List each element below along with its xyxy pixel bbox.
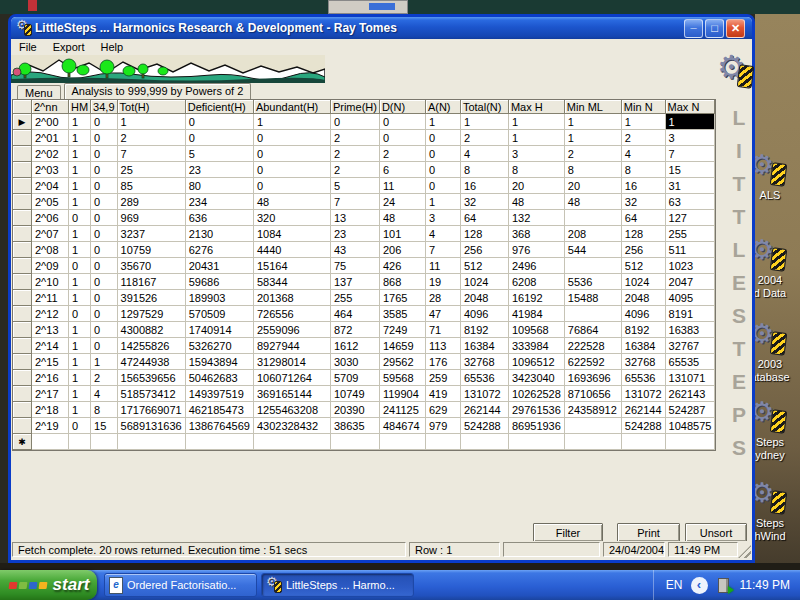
print-button[interactable]: Print [617, 523, 680, 542]
grid-cell[interactable] [426, 434, 461, 450]
grid-cell[interactable]: 2^01 [32, 130, 69, 146]
grid-cell[interactable]: 333984 [509, 338, 565, 354]
grid-cell[interactable]: 2^18 [32, 402, 69, 418]
grid-cell[interactable]: 1 [91, 354, 117, 370]
grid-cell[interactable]: 241125 [380, 402, 426, 418]
grid-cell[interactable]: 32768 [622, 354, 666, 370]
grid-cell[interactable]: 2 [331, 146, 380, 162]
row-selector[interactable] [13, 178, 32, 194]
grid-column-header-deficient-h[interactable]: Deficient(H) [186, 100, 254, 114]
grid-cell[interactable]: 0 [254, 146, 331, 162]
row-selector[interactable] [13, 274, 32, 290]
grid-cell[interactable]: 0 [91, 322, 117, 338]
grid-cell[interactable]: 7 [666, 146, 716, 162]
grid-cell[interactable]: 4096 [461, 306, 509, 322]
grid-column-header-34-9[interactable]: 34,9 [91, 100, 117, 114]
grid-cell[interactable]: 2^13 [32, 322, 69, 338]
grid-cell[interactable]: 201368 [254, 290, 331, 306]
grid-cell[interactable]: 1084 [254, 226, 331, 242]
taskbar-clock[interactable]: 11:49 PM [740, 578, 790, 592]
grid-cell[interactable]: 31298014 [254, 354, 331, 370]
grid-column-header-max-n[interactable]: Max N [666, 100, 716, 114]
grid-cell[interactable]: 8927944 [254, 338, 331, 354]
grid-cell[interactable]: 0 [91, 114, 117, 130]
grid-cell[interactable]: 1612 [331, 338, 380, 354]
grid-column-header-max-h[interactable]: Max H [509, 100, 565, 114]
grid-cell[interactable]: 1096512 [509, 354, 565, 370]
grid-cell[interactable]: 1693696 [565, 370, 622, 386]
grid-cell[interactable]: 20390 [331, 402, 380, 418]
grid-cell[interactable]: 109568 [509, 322, 565, 338]
grid-cell[interactable]: 7 [331, 194, 380, 210]
grid-cell[interactable]: 484674 [380, 418, 426, 434]
grid-cell[interactable]: 4 [622, 146, 666, 162]
grid-cell[interactable]: 131071 [666, 370, 716, 386]
grid-cell[interactable]: 2 [91, 370, 117, 386]
row-selector[interactable] [13, 146, 32, 162]
grid-cell[interactable]: 23 [331, 226, 380, 242]
grid-column-header-prime-h[interactable]: Prime(H) [331, 100, 380, 114]
grid-cell[interactable]: 1 [509, 114, 565, 130]
grid-column-header-abundant-h[interactable]: Abundant(H) [254, 100, 331, 114]
grid-cell[interactable]: 0 [69, 258, 91, 274]
grid-cell[interactable] [380, 434, 426, 450]
grid-cell[interactable]: 0 [91, 162, 117, 178]
grid-cell[interactable]: 320 [254, 210, 331, 226]
row-selector[interactable] [13, 322, 32, 338]
grid-column-header-min-ml[interactable]: Min ML [565, 100, 622, 114]
titlebar[interactable]: ⚙ LittleSteps ... Harmonics Research & D… [11, 17, 752, 39]
grid-cell[interactable]: 3423040 [509, 370, 565, 386]
grid-cell[interactable]: 4302328432 [254, 418, 331, 434]
grid-cell[interactable]: 1740914 [186, 322, 254, 338]
grid-cell[interactable]: 208 [565, 226, 622, 242]
close-button[interactable]: ✕ [726, 19, 745, 38]
new-row-selector[interactable]: ✱ [13, 434, 32, 450]
taskbar-task-littlesteps-harmo[interactable]: ⚙LittleSteps ... Harmo... [261, 573, 414, 597]
grid-cell[interactable]: 1 [69, 338, 91, 354]
grid-cell[interactable]: 206 [380, 242, 426, 258]
grid-cell[interactable]: 0 [91, 258, 117, 274]
grid-cell[interactable]: 1 [622, 114, 666, 130]
grid-cell[interactable]: 32 [461, 194, 509, 210]
grid-cell[interactable]: 3 [426, 210, 461, 226]
grid-cell[interactable]: 75 [331, 258, 380, 274]
row-selector[interactable] [13, 194, 32, 210]
grid-cell[interactable]: 0 [426, 178, 461, 194]
grid-cell[interactable]: 35670 [118, 258, 186, 274]
grid-cell[interactable] [331, 434, 380, 450]
grid-cell[interactable]: 1 [254, 114, 331, 130]
grid-cell[interactable]: 1023 [666, 258, 716, 274]
grid-cell[interactable]: 14659 [380, 338, 426, 354]
grid-cell[interactable]: 113 [426, 338, 461, 354]
grid-cell[interactable]: 1 [69, 178, 91, 194]
grid-column-header-d-n[interactable]: D(N) [380, 100, 426, 114]
grid-cell[interactable]: 2^07 [32, 226, 69, 242]
grid-cell[interactable]: 127 [666, 210, 716, 226]
grid-cell[interactable]: 2^00 [32, 114, 69, 130]
grid-cell[interactable]: 2^16 [32, 370, 69, 386]
grid-cell[interactable]: 4 [91, 386, 117, 402]
row-selector[interactable] [13, 386, 32, 402]
grid-cell[interactable]: 15164 [254, 258, 331, 274]
grid-cell[interactable]: 23 [186, 162, 254, 178]
grid-cell[interactable]: 1048575 [666, 418, 716, 434]
grid-cell[interactable]: 47244938 [118, 354, 186, 370]
grid-cell[interactable]: 1 [69, 274, 91, 290]
grid-cell[interactable]: 0 [91, 194, 117, 210]
grid-cell[interactable]: 1386764569 [186, 418, 254, 434]
grid-cell[interactable]: 2^09 [32, 258, 69, 274]
grid-cell[interactable] [118, 434, 186, 450]
grid-cell[interactable]: 11 [426, 258, 461, 274]
grid-column-header-total-n[interactable]: Total(N) [461, 100, 509, 114]
grid-cell[interactable]: 20431 [186, 258, 254, 274]
grid-cell[interactable]: 5 [186, 146, 254, 162]
grid-cell[interactable]: 189903 [186, 290, 254, 306]
grid-cell[interactable]: 0 [380, 114, 426, 130]
grid-cell[interactable]: 50462683 [186, 370, 254, 386]
grid-cell[interactable]: 48 [380, 210, 426, 226]
grid-cell[interactable]: 2^08 [32, 242, 69, 258]
grid-cell[interactable]: 391526 [118, 290, 186, 306]
grid-cell[interactable]: 2^04 [32, 178, 69, 194]
unsort-button[interactable]: Unsort [685, 523, 747, 542]
grid-cell[interactable]: 1024 [622, 274, 666, 290]
